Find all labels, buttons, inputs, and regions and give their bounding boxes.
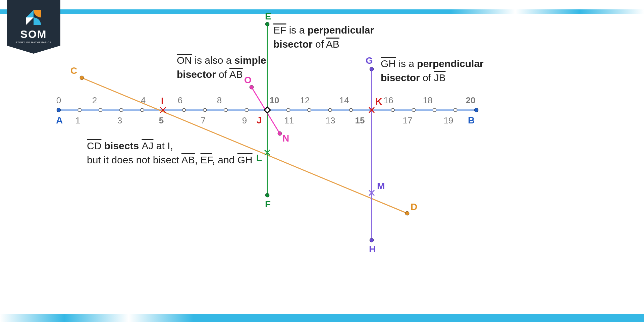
- point-label-D: D: [411, 202, 417, 212]
- point-H: [370, 238, 374, 242]
- axis-label-8: 8: [217, 95, 222, 105]
- point-label-L: L: [256, 153, 262, 163]
- point-label-B: B: [468, 115, 475, 125]
- tick-11: [287, 108, 290, 112]
- point-label-M: M: [377, 181, 385, 191]
- point-label-O: O: [244, 75, 252, 85]
- tick-3: [120, 108, 123, 112]
- tick-9: [245, 108, 248, 112]
- axis-label-0: 0: [56, 95, 61, 105]
- axis-label-13: 13: [326, 115, 335, 125]
- axis-label-14: 14: [339, 95, 349, 105]
- bisector-diagram: 02468101214161820135791113151719 ABCDEFG…: [0, 0, 644, 322]
- axis-label-15: 15: [355, 115, 365, 125]
- tick-7: [203, 108, 207, 112]
- note-on-line2: bisector of AB: [177, 69, 243, 80]
- point-O: [250, 85, 254, 89]
- point-label-K: K: [375, 96, 382, 107]
- tick-6: [182, 108, 186, 112]
- point-label-A: A: [56, 115, 63, 125]
- point-J: [264, 107, 270, 113]
- note-cd-line2: but it does not bisect AB, EF, and GH: [87, 154, 253, 165]
- axis-label-12: 12: [300, 95, 310, 105]
- note-cd-line1: CD bisects AJ at I,: [87, 140, 173, 151]
- tick-12: [308, 108, 311, 112]
- point-E: [265, 22, 269, 26]
- tick-14: [350, 108, 353, 112]
- axis-label-1: 1: [75, 115, 80, 125]
- tick-4: [141, 108, 144, 112]
- tick-8: [224, 108, 227, 112]
- note-ef-line1: EF is a perpendicular: [273, 24, 374, 36]
- note-gh-line2: bisector of JB: [381, 72, 445, 83]
- point-label-I: I: [161, 96, 164, 106]
- point-A: [57, 108, 61, 112]
- axis-label-9: 9: [242, 115, 247, 125]
- point-label-F: F: [265, 199, 271, 209]
- axis-label-20: 20: [466, 95, 476, 105]
- note-gh-line1: GH is a perpendicular: [381, 58, 484, 69]
- point-D: [405, 211, 409, 215]
- axis-label-10: 10: [270, 95, 279, 105]
- tick-18: [433, 108, 436, 112]
- point-C: [80, 76, 84, 80]
- point-label-E: E: [265, 11, 271, 21]
- tick-2: [99, 108, 102, 112]
- point-label-J: J: [257, 115, 262, 125]
- point-label-H: H: [369, 244, 376, 254]
- point-label-N: N: [282, 133, 289, 144]
- axis-label-17: 17: [403, 115, 413, 125]
- tick-13: [328, 108, 332, 112]
- tick-16: [391, 108, 394, 112]
- point-F: [265, 193, 269, 197]
- axis-label-18: 18: [423, 95, 433, 105]
- note-on-line1: ON is also a simple: [177, 55, 266, 66]
- axis-label-6: 6: [178, 95, 182, 105]
- axis-label-2: 2: [92, 95, 97, 105]
- axis-label-11: 11: [284, 115, 294, 125]
- axis-label-7: 7: [201, 115, 206, 125]
- point-label-C: C: [70, 65, 77, 76]
- point-B: [474, 108, 478, 112]
- note-ef-line2: bisector of AB: [273, 39, 339, 50]
- point-N: [278, 131, 282, 136]
- axis-label-4: 4: [141, 95, 146, 105]
- axis-label-3: 3: [117, 115, 122, 125]
- axis-label-5: 5: [159, 115, 164, 125]
- tick-17: [412, 108, 415, 112]
- point-G: [370, 67, 374, 71]
- point-label-G: G: [366, 55, 373, 66]
- axis-label-19: 19: [444, 115, 453, 125]
- tick-1: [78, 108, 81, 112]
- axis-label-16: 16: [384, 95, 393, 105]
- tick-19: [454, 108, 457, 112]
